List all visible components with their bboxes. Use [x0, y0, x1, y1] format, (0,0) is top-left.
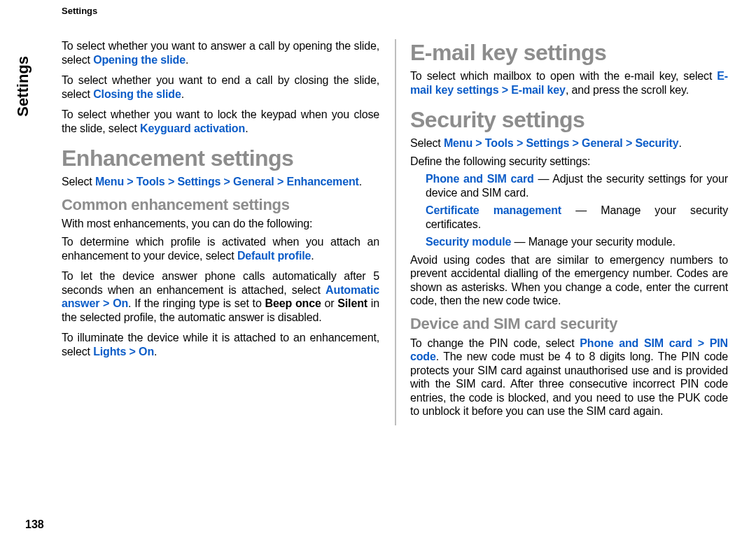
text: . [154, 346, 157, 358]
para-pin-code: To change the PIN code, select Phone and… [410, 337, 728, 418]
text: . [186, 54, 188, 66]
link-email-key: E-mail key [511, 84, 566, 96]
text: . [311, 250, 314, 262]
column-left: To select whether you want to answer a c… [62, 39, 379, 425]
link-keyguard-activation: Keyguard activation [140, 122, 245, 134]
link-general: General [582, 137, 623, 149]
nav-path-enhancement: Select Menu > Tools > Settings > General… [62, 175, 379, 189]
link-settings: Settings [526, 137, 569, 149]
chevron-icon: > [99, 297, 113, 309]
para-end-call: To select whether you want to end a call… [62, 73, 379, 101]
chevron-icon: > [569, 137, 582, 149]
li-phone-sim: Phone and SIM card — Adjust the security… [426, 172, 728, 199]
text: Select [62, 176, 95, 187]
link-settings: Settings [177, 176, 220, 187]
link-lights: Lights [93, 346, 126, 358]
para-default-profile: To determine which profile is activated … [62, 235, 379, 262]
text: , and press the scroll key. [566, 84, 689, 96]
link-security: Security [635, 137, 678, 149]
link-closing-slide: Closing the slide [93, 88, 181, 100]
para-lights: To illuminate the device while it is att… [62, 331, 379, 358]
chevron-icon: > [498, 84, 511, 96]
chevron-icon: > [165, 176, 178, 187]
para-answer-call: To select whether you want to answer a c… [62, 39, 379, 66]
para-most-enhancements: With most enhancements, you can do the f… [62, 217, 379, 231]
para-email-key: To select which mailbox to open with the… [410, 69, 728, 97]
column-right: E-mail key settings To select which mail… [395, 39, 728, 425]
link-security-module: Security module [426, 236, 511, 248]
two-column-layout: To select whether you want to answer a c… [62, 39, 728, 425]
chevron-icon: > [220, 176, 233, 187]
text: . [181, 88, 184, 100]
chevron-icon: > [124, 176, 136, 187]
chevron-icon: > [472, 137, 485, 149]
chevron-icon: > [623, 137, 636, 149]
link-on: On [113, 297, 128, 309]
text: Select [410, 137, 444, 149]
heading-common-enhancement: Common enhancement settings [62, 196, 379, 215]
link-beep-once: Beep once [265, 297, 321, 309]
li-security-module: Security module — Manage your security m… [426, 235, 728, 249]
link-silent: Silent [337, 297, 368, 309]
text: . The new code must be 4 to 8 digits lon… [410, 351, 728, 417]
link-tools: Tools [136, 176, 165, 187]
text: — Manage your security module. [511, 236, 676, 248]
link-default-profile: Default profile [237, 250, 311, 262]
running-header: Settings [62, 6, 97, 16]
heading-security-settings: Security settings [410, 106, 728, 134]
heading-enhancement-settings: Enhancement settings [62, 145, 379, 172]
link-phone-and-sim: Phone and SIM card [580, 337, 692, 349]
para-avoid-codes: Avoid using codes that are similar to em… [410, 253, 728, 308]
text: . If the ringing type is set to [128, 297, 265, 309]
para-automatic-answer: To let the device answer phone calls aut… [62, 269, 379, 324]
link-on: On [139, 346, 154, 358]
li-cert-mgmt: Certificate management — Manage your sec… [426, 204, 728, 231]
nav-path-security: Select Menu > Tools > Settings > General… [410, 136, 728, 150]
text: To determine which profile is activated … [62, 236, 379, 262]
link-phone-and-sim: Phone and SIM card [426, 173, 534, 185]
link-opening-slide: Opening the slide [93, 54, 186, 66]
link-certificate-management: Certificate management [426, 204, 561, 216]
para-define-following: Define the following security settings: [410, 155, 728, 169]
chevron-icon: > [274, 176, 287, 187]
link-general: General [233, 176, 274, 187]
text: . [678, 137, 681, 149]
link-menu: Menu [444, 137, 472, 149]
link-menu: Menu [95, 176, 124, 187]
text: To select which mailbox to open with the… [410, 70, 717, 82]
link-tools: Tools [485, 137, 514, 149]
text: . [245, 122, 248, 134]
link-enhancement: Enhancement [286, 176, 358, 187]
chevron-icon: > [514, 137, 526, 149]
page: Settings Settings 138 To select whether … [0, 0, 756, 545]
text: To change the PIN code, select [410, 337, 580, 349]
heading-device-sim-security: Device and SIM card security [410, 315, 728, 334]
text: . [359, 176, 362, 187]
heading-email-key-settings: E-mail key settings [410, 39, 728, 66]
page-number: 138 [25, 518, 44, 531]
sidebar-chapter-label: Settings [14, 56, 32, 117]
para-lock-keypad: To select whether you want to lock the k… [62, 108, 379, 135]
chevron-icon: > [692, 337, 710, 349]
chevron-icon: > [126, 346, 139, 358]
text: or [321, 297, 338, 309]
